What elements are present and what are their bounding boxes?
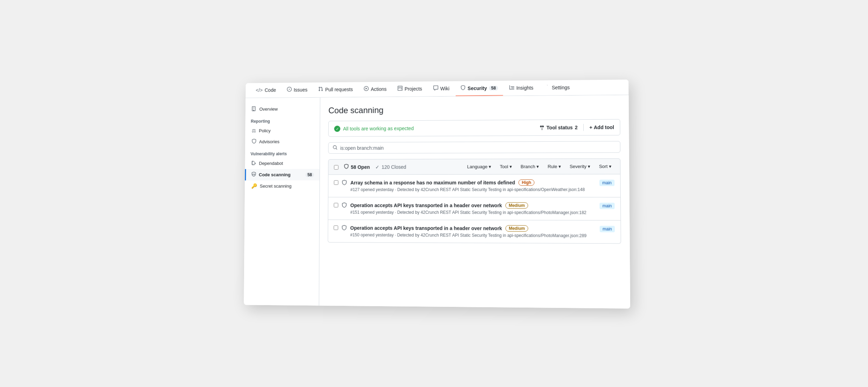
nav-label-pull-requests: Pull requests: [325, 86, 353, 92]
insights-icon: [509, 85, 514, 91]
alert-title-row-2: Operation accepts API keys transported i…: [350, 202, 596, 209]
code-scanning-badge: 58: [305, 172, 314, 177]
alert-title-2[interactable]: Operation accepts API keys transported i…: [350, 203, 502, 208]
tool-status-button[interactable]: Tool status 2: [539, 125, 577, 131]
open-count-label: 58 Open: [351, 164, 370, 170]
alert-item: Array schema in a response has no maximu…: [328, 174, 620, 197]
tool-status-message: All tools are working as expected: [343, 126, 414, 132]
severity-badge-2: Medium: [506, 202, 528, 209]
nav-item-projects[interactable]: Projects: [393, 82, 427, 97]
closed-count-label: 120 Closed: [382, 164, 406, 170]
closed-count[interactable]: ✓ 120 Closed: [375, 164, 406, 170]
alert-item-3: Operation accepts API keys transported i…: [328, 220, 621, 243]
filter-bar: 58 Open ✓ 120 Closed Language ▾ Tool ▾: [328, 159, 620, 175]
chevron-down-icon: ▾: [510, 164, 512, 169]
nav-label-insights: Insights: [516, 85, 533, 90]
alert-title-1[interactable]: Array schema in a response has no maximu…: [350, 180, 515, 185]
nav-item-code[interactable]: </> Code: [251, 83, 281, 98]
tool-status-count: 2: [575, 125, 578, 130]
dependabot-icon: [251, 161, 256, 167]
filter-right: Language ▾ Tool ▾ Branch ▾ Rule ▾: [464, 162, 614, 171]
tool-status-banner: ✓ All tools are working as expected Tool…: [328, 119, 620, 136]
sidebar-item-secret-scanning[interactable]: 🔑 Secret scanning: [245, 180, 320, 191]
pull-requests-icon: [318, 86, 323, 92]
nav-item-pull-requests[interactable]: Pull requests: [313, 82, 357, 97]
search-bar: [328, 141, 620, 154]
alert-checkbox-1[interactable]: [334, 180, 339, 185]
main-layout: Overview Reporting ⚖ Policy Advisories V…: [244, 95, 630, 309]
sidebar-item-advisories[interactable]: Advisories: [245, 136, 320, 147]
select-all-checkbox[interactable]: [334, 165, 339, 170]
sidebar-vulnerability-section: Vulnerability alerts: [245, 147, 320, 158]
nav-label-actions: Actions: [371, 86, 386, 92]
chevron-down-icon: ▾: [558, 164, 561, 169]
sidebar-item-policy[interactable]: ⚖ Policy: [245, 125, 320, 136]
sort-filter[interactable]: Sort ▾: [596, 162, 614, 170]
tool-status-icon: [539, 125, 544, 130]
alert-title-3[interactable]: Operation accepts API keys transported i…: [350, 225, 502, 231]
alert-shield-icon-2: [342, 203, 347, 209]
status-divider: [583, 124, 584, 131]
wiki-icon: [433, 85, 438, 91]
nav-item-issues[interactable]: Issues: [282, 83, 312, 98]
sidebar-item-code-scanning[interactable]: Code scanning 58: [245, 169, 319, 181]
sidebar-code-scanning-label: Code scanning: [259, 172, 291, 177]
alert-branch-1: main: [599, 179, 614, 185]
tool-status-left: ✓ All tools are working as expected: [334, 125, 414, 132]
alert-shield-icon-3: [342, 225, 347, 232]
severity-badge-1: High: [519, 180, 534, 186]
severity-badge-3: Medium: [506, 225, 528, 232]
branch-tag-1: main: [599, 180, 614, 186]
secret-scanning-icon: 🔑: [251, 183, 257, 189]
tool-filter[interactable]: Tool ▾: [497, 163, 515, 171]
alerts-list: Array schema in a response has no maximu…: [328, 174, 621, 244]
nav-item-actions[interactable]: Actions: [359, 82, 392, 97]
sidebar-overview-label: Overview: [259, 106, 278, 112]
alert-meta-3: #150 opened yesterday · Detected by 42Cr…: [350, 232, 596, 238]
language-filter[interactable]: Language ▾: [464, 163, 494, 171]
open-count[interactable]: 58 Open: [344, 164, 370, 170]
rule-filter[interactable]: Rule ▾: [545, 162, 564, 170]
issues-icon: [287, 87, 292, 93]
alert-checkbox-2[interactable]: [334, 203, 338, 207]
sidebar-dependabot-label: Dependabot: [259, 161, 283, 166]
chevron-down-icon: ▾: [536, 164, 539, 169]
nav-item-wiki[interactable]: Wiki: [428, 81, 454, 96]
branch-tag-2: main: [599, 203, 614, 209]
check-circle-icon: ✓: [334, 126, 340, 132]
main-content: Code scanning ✓ All tools are working as…: [319, 95, 630, 309]
search-icon: [333, 145, 337, 151]
actions-icon: [364, 86, 369, 92]
sidebar-item-overview[interactable]: Overview: [246, 103, 320, 115]
sidebar-advisories-label: Advisories: [259, 139, 279, 144]
settings-icon: [545, 84, 549, 90]
nav-item-settings[interactable]: Settings: [540, 80, 575, 96]
branch-tag-3: main: [600, 226, 615, 232]
tool-status-label: Tool status: [547, 125, 573, 130]
nav-label-projects: Projects: [405, 86, 422, 91]
sidebar-item-dependabot[interactable]: Dependabot: [245, 157, 320, 169]
chevron-down-icon: ▾: [588, 164, 590, 169]
code-icon: </>: [256, 87, 263, 93]
alert-checkbox-3[interactable]: [334, 225, 338, 230]
alert-content-1: Array schema in a response has no maximu…: [350, 179, 596, 192]
chevron-down-icon: ▾: [489, 164, 491, 169]
severity-filter[interactable]: Severity ▾: [567, 162, 593, 170]
nav-label-code: Code: [265, 87, 276, 93]
nav-item-security[interactable]: Security 58: [456, 81, 503, 96]
sidebar-policy-label: Policy: [259, 128, 271, 133]
nav-item-insights[interactable]: Insights: [504, 80, 538, 96]
shield-icon: [344, 164, 349, 170]
rule-label: Rule: [548, 164, 557, 169]
alert-meta-1: #127 opened yesterday · Detected by 42Cr…: [350, 187, 596, 192]
alert-shield-icon-1: [342, 180, 347, 187]
tool-status-right: Tool status 2 + Add tool: [539, 124, 614, 131]
branch-filter[interactable]: Branch ▾: [518, 162, 542, 170]
security-icon: [461, 85, 465, 91]
nav-label-wiki: Wiki: [440, 86, 449, 91]
security-badge: 58: [489, 85, 498, 90]
search-input[interactable]: [340, 144, 616, 151]
sidebar-reporting-section: Reporting: [246, 114, 320, 125]
add-tool-button[interactable]: + Add tool: [589, 125, 614, 131]
tool-label: Tool: [500, 164, 508, 169]
